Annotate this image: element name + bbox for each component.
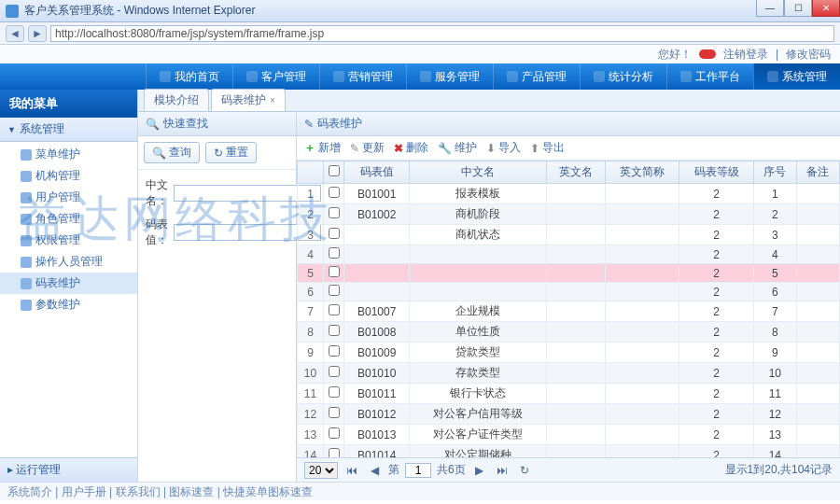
col-header[interactable]: 码表值	[344, 161, 410, 184]
sidebar-item[interactable]: 参数维护	[0, 294, 137, 315]
table-row[interactable]: 7B01007企业规模27	[298, 301, 840, 322]
row-checkbox[interactable]	[329, 427, 340, 439]
table-row[interactable]: 10B01010存款类型210	[298, 363, 840, 384]
row-checkbox[interactable]	[329, 325, 340, 336]
table-row[interactable]: 2B01002商机阶段22	[298, 204, 840, 225]
nav-icon	[420, 71, 431, 82]
table-row[interactable]: 8B01008单位性质28	[298, 322, 840, 343]
maintain-button[interactable]: 🔧维护	[438, 140, 477, 156]
close-tab-icon[interactable]: ×	[270, 95, 275, 105]
minimize-button[interactable]: —	[756, 0, 784, 17]
table-row[interactable]: 14B01014对公定期储种214	[298, 445, 840, 458]
logout-link[interactable]: 注销登录	[723, 47, 768, 63]
sidebar-item[interactable]: 码表维护	[0, 273, 137, 294]
cn-name-label: 中文名：	[146, 177, 168, 209]
select-all-checkbox[interactable]	[329, 165, 340, 176]
import-icon: ⬇	[486, 142, 496, 155]
table-row[interactable]: 525	[298, 264, 840, 283]
menu-item-icon	[21, 278, 32, 289]
grid-panel-header: ✎ 码表维护	[297, 112, 840, 136]
export-icon: ⬆	[530, 142, 539, 155]
table-row[interactable]: 13B01013对公客户证件类型213	[298, 425, 840, 445]
back-button[interactable]: ◄	[6, 25, 24, 42]
edit-icon: ✎	[304, 118, 314, 131]
forward-button[interactable]: ►	[28, 25, 47, 42]
greeting-text: 您好！	[658, 47, 692, 63]
col-header[interactable]: 中文名	[410, 161, 547, 184]
table-row[interactable]: 424	[298, 245, 840, 264]
menu-item-icon	[21, 192, 32, 203]
table-row[interactable]: 9B01009贷款类型29	[298, 343, 840, 363]
row-checkbox[interactable]	[329, 345, 340, 357]
row-checkbox[interactable]	[329, 207, 340, 218]
close-button[interactable]: ✕	[812, 0, 840, 17]
last-page-button[interactable]: ⏭	[494, 462, 511, 479]
tab[interactable]: 码表维护×	[211, 89, 286, 111]
row-checkbox[interactable]	[329, 407, 340, 418]
sidebar-group-operation[interactable]: ▸ 运行管理	[0, 457, 137, 482]
table-row[interactable]: 1B01001报表模板21	[298, 184, 840, 204]
row-checkbox[interactable]	[329, 304, 340, 315]
table-row[interactable]: 12B01012对公客户信用等级212	[298, 404, 840, 425]
nav-item[interactable]: 产品管理	[493, 63, 580, 90]
nav-item[interactable]: 我的首页	[146, 63, 232, 90]
col-header[interactable]: 备注	[796, 161, 839, 184]
nav-item[interactable]: 客户管理	[232, 63, 319, 90]
row-checkbox[interactable]	[329, 266, 340, 277]
col-header[interactable]: 英文简称	[605, 161, 679, 184]
search-icon: 🔍	[152, 147, 166, 160]
page-size-select[interactable]: 20	[304, 462, 338, 479]
table-row[interactable]: 3商机状态23	[298, 225, 840, 245]
sidebar-title: 我的菜单	[0, 90, 137, 118]
sidebar-item[interactable]: 菜单维护	[0, 144, 137, 165]
nav-item[interactable]: 营销管理	[319, 63, 406, 90]
url-input[interactable]: http://localhost:8080/frame/jsp/system/f…	[50, 25, 834, 42]
nav-item[interactable]: 服务管理	[406, 63, 493, 90]
col-header[interactable]: 英文名	[546, 161, 605, 184]
table-row[interactable]: 11B01011银行卡状态211	[298, 384, 840, 404]
col-header[interactable]: 序号	[753, 161, 796, 184]
tab[interactable]: 模块介绍	[144, 89, 209, 111]
import-button[interactable]: ⬇导入	[486, 140, 521, 156]
row-checkbox[interactable]	[329, 448, 340, 457]
first-page-button[interactable]: ⏮	[343, 462, 360, 479]
query-button[interactable]: 🔍查询	[144, 142, 200, 163]
menu-item-icon	[21, 235, 32, 246]
row-checkbox[interactable]	[329, 285, 340, 296]
nav-icon	[333, 71, 344, 82]
reset-button[interactable]: ↻重置	[205, 142, 257, 163]
sidebar-item[interactable]: 操作人员管理	[0, 251, 137, 273]
sidebar-group-system[interactable]: ▼ 系统管理	[0, 118, 137, 142]
tabs: 模块介绍码表维护×	[138, 90, 840, 112]
sidebar-item[interactable]: 用户管理	[0, 187, 137, 208]
search-panel-header: 🔍 快速查找	[138, 112, 296, 136]
col-header[interactable]: 码表等级	[679, 161, 754, 184]
delete-button[interactable]: ✖删除	[394, 140, 428, 156]
refresh-button[interactable]: ↻	[516, 462, 533, 479]
prev-page-button[interactable]: ◀	[366, 462, 383, 479]
sidebar-item[interactable]: 角色管理	[0, 208, 137, 230]
sidebar-item[interactable]: 机构管理	[0, 165, 137, 187]
row-checkbox[interactable]	[329, 247, 340, 259]
nav-item[interactable]: 工作平台	[666, 63, 753, 90]
maximize-button[interactable]: ☐	[784, 0, 812, 17]
nav-item[interactable]: 统计分析	[580, 63, 666, 90]
pager: 20 ⏮ ◀ 第 共6页 ▶ ⏭ ↻ 显示1到20,共104记录	[297, 457, 840, 482]
row-checkbox[interactable]	[329, 187, 340, 198]
nav-item[interactable]: 系统管理	[753, 63, 840, 90]
row-checkbox[interactable]	[329, 386, 340, 398]
footer-links[interactable]: 系统简介 | 用户手册 | 联系我们 | 图标速查 | 快捷菜单图标速查	[0, 482, 840, 500]
row-checkbox[interactable]	[329, 366, 340, 377]
change-password-link[interactable]: 修改密码	[786, 47, 831, 63]
next-page-button[interactable]: ▶	[471, 462, 488, 479]
export-button[interactable]: ⬆导出	[530, 140, 565, 156]
table-row[interactable]: 626	[298, 283, 840, 301]
chevron-down-icon: ▼	[7, 125, 16, 134]
edit-button[interactable]: ✎更新	[350, 140, 385, 156]
main-nav: 我的首页客户管理营销管理服务管理产品管理统计分析工作平台系统管理	[0, 63, 840, 90]
row-checkbox[interactable]	[329, 228, 340, 239]
add-button[interactable]: ＋新增	[304, 140, 341, 156]
sidebar-item[interactable]: 权限管理	[0, 230, 137, 251]
refresh-icon: ↻	[214, 147, 223, 160]
page-input[interactable]	[405, 463, 431, 478]
